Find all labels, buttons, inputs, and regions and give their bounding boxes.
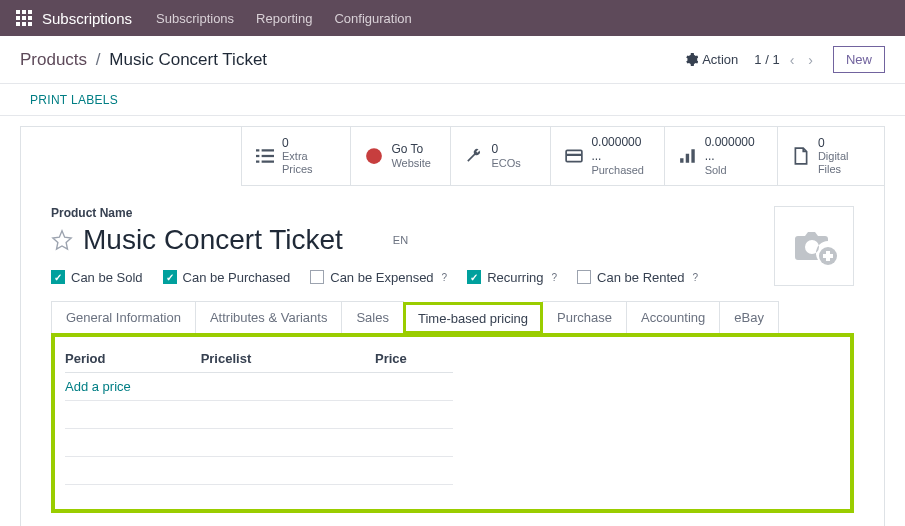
tab-ebay[interactable]: eBay xyxy=(719,301,779,333)
add-a-price-link[interactable]: Add a price xyxy=(65,373,453,401)
pricing-header: Period Pricelist Price xyxy=(65,351,453,373)
svg-rect-12 xyxy=(262,155,274,157)
svg-rect-7 xyxy=(22,22,26,26)
pricing-table: Period Pricelist Price Add a price xyxy=(65,351,453,485)
tab-general-information[interactable]: General Information xyxy=(51,301,196,333)
stat-purchased[interactable]: 0.000000 ...Purchased xyxy=(550,127,663,185)
pager-next[interactable]: › xyxy=(804,50,817,70)
camera-plus-icon xyxy=(790,222,838,270)
help-icon: ? xyxy=(693,272,699,283)
tab-time-based-pricing[interactable]: Time-based pricing xyxy=(403,302,543,334)
file-icon xyxy=(792,147,810,165)
svg-rect-11 xyxy=(256,155,259,157)
wrench-icon xyxy=(465,147,483,165)
svg-rect-19 xyxy=(685,154,688,163)
stat-website[interactable]: Go ToWebsite xyxy=(350,127,450,185)
apps-icon[interactable] xyxy=(16,10,32,26)
table-row[interactable] xyxy=(65,429,453,457)
content: 0Extra Prices Go ToWebsite 0ECOs 0.00000… xyxy=(0,116,905,526)
print-labels-button[interactable]: PRINT LABELS xyxy=(30,93,118,107)
product-image-placeholder[interactable] xyxy=(774,206,854,286)
bars-icon xyxy=(679,147,697,165)
list-icon xyxy=(256,147,274,165)
favorite-star-icon[interactable] xyxy=(51,229,73,251)
breadcrumb-products[interactable]: Products xyxy=(20,50,87,69)
svg-rect-1 xyxy=(22,10,26,14)
nav-configuration[interactable]: Configuration xyxy=(334,11,411,26)
check-can-be-purchased[interactable]: Can be Purchased xyxy=(163,270,291,285)
svg-rect-9 xyxy=(256,149,259,151)
tab-attributes-variants[interactable]: Attributes & Variants xyxy=(195,301,343,333)
gear-icon xyxy=(685,53,698,66)
action-dropdown[interactable]: Action xyxy=(685,52,738,67)
svg-rect-3 xyxy=(16,16,20,20)
check-can-be-rented[interactable]: Can be Rented? xyxy=(577,270,698,285)
svg-rect-5 xyxy=(28,16,32,20)
table-row[interactable] xyxy=(65,457,453,485)
stat-bar: 0Extra Prices Go ToWebsite 0ECOs 0.00000… xyxy=(241,127,884,186)
time-based-pricing-panel: Period Pricelist Price Add a price xyxy=(51,333,854,513)
pager-prev[interactable]: ‹ xyxy=(786,50,799,70)
help-icon: ? xyxy=(552,272,558,283)
svg-rect-17 xyxy=(567,154,583,156)
product-name-label: Product Name xyxy=(51,206,754,220)
check-can-be-sold[interactable]: Can be Sold xyxy=(51,270,143,285)
nav-subscriptions[interactable]: Subscriptions xyxy=(156,11,234,26)
svg-rect-13 xyxy=(256,160,259,162)
top-nav-bar: Subscriptions Subscriptions Reporting Co… xyxy=(0,0,905,36)
sub-bar: Products / Music Concert Ticket Action 1… xyxy=(0,36,905,83)
tabs: General Information Attributes & Variant… xyxy=(51,301,884,333)
globe-icon xyxy=(365,147,383,165)
tab-accounting[interactable]: Accounting xyxy=(626,301,720,333)
card-icon xyxy=(565,147,583,165)
product-title[interactable]: Music Concert Ticket xyxy=(83,224,343,256)
language-badge[interactable]: EN xyxy=(393,234,408,246)
subbar-right: Action 1 / 1 ‹ › New xyxy=(685,46,885,73)
stat-digital-files[interactable]: 0Digital Files xyxy=(777,127,884,185)
table-row[interactable] xyxy=(65,401,453,429)
stat-sold[interactable]: 0.000000 ...Sold xyxy=(664,127,777,185)
col-pricelist: Pricelist xyxy=(201,351,375,366)
form-body: Product Name Music Concert Ticket EN Can… xyxy=(21,186,884,301)
nav-reporting[interactable]: Reporting xyxy=(256,11,312,26)
pager: 1 / 1 ‹ › xyxy=(754,50,817,70)
pager-text[interactable]: 1 / 1 xyxy=(754,52,779,67)
form-sheet: 0Extra Prices Go ToWebsite 0ECOs 0.00000… xyxy=(20,126,885,526)
breadcrumb: Products / Music Concert Ticket xyxy=(20,50,267,70)
option-checks: Can be Sold Can be Purchased Can be Expe… xyxy=(51,270,754,285)
breadcrumb-separator: / xyxy=(96,50,101,69)
col-price: Price xyxy=(375,351,453,366)
breadcrumb-current: Music Concert Ticket xyxy=(109,50,267,69)
action-label: Action xyxy=(702,52,738,67)
svg-rect-2 xyxy=(28,10,32,14)
svg-rect-4 xyxy=(22,16,26,20)
help-icon: ? xyxy=(442,272,448,283)
col-period: Period xyxy=(65,351,201,366)
stat-ecos[interactable]: 0ECOs xyxy=(450,127,550,185)
svg-rect-6 xyxy=(16,22,20,26)
svg-rect-23 xyxy=(823,254,833,258)
tab-sales[interactable]: Sales xyxy=(341,301,404,333)
svg-rect-8 xyxy=(28,22,32,26)
check-recurring[interactable]: Recurring? xyxy=(467,270,557,285)
new-button[interactable]: New xyxy=(833,46,885,73)
svg-rect-0 xyxy=(16,10,20,14)
svg-rect-18 xyxy=(680,158,683,163)
app-brand[interactable]: Subscriptions xyxy=(42,10,132,27)
tab-purchase[interactable]: Purchase xyxy=(542,301,627,333)
svg-rect-10 xyxy=(262,149,274,151)
stat-extra-prices[interactable]: 0Extra Prices xyxy=(241,127,350,185)
svg-rect-20 xyxy=(691,149,694,163)
check-can-be-expensed[interactable]: Can be Expensed? xyxy=(310,270,447,285)
print-bar: PRINT LABELS xyxy=(0,83,905,116)
svg-point-15 xyxy=(367,148,383,164)
svg-rect-14 xyxy=(262,160,274,162)
